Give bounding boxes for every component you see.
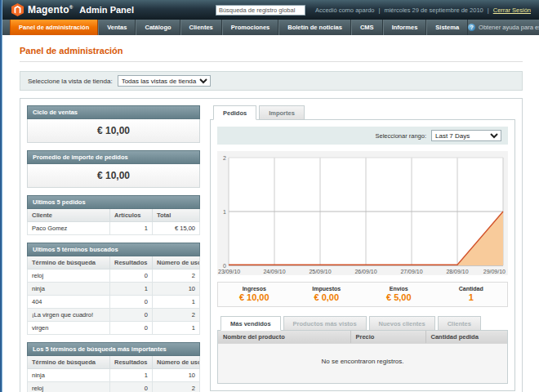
table-row[interactable]: reloj 0 2 [28, 382, 200, 392]
current-date: miércoles 29 de septiembre de 2010 [384, 7, 483, 14]
admin-panel-title: Admin Panel [79, 5, 134, 15]
logged-in-as: Accedió como apardo [315, 7, 375, 14]
total-revenue: Ingresos € 10,00 [218, 283, 291, 306]
range-label: Seleccionar rango: [375, 132, 426, 140]
x-tick: 23/09/10 [218, 269, 240, 274]
help-icon: ? [468, 24, 475, 31]
bestsellers-table: Nombre del producto Precio Cantidad pedi… [218, 331, 507, 343]
x-tick: 27/09/10 [400, 269, 422, 274]
x-tick: 28/09/10 [446, 269, 468, 274]
nav-item-newsletter[interactable]: Boletín de noticias [278, 20, 351, 35]
average-orders-title: Promedio de importe de pedidos [27, 150, 200, 164]
y-tick: 2 [223, 155, 226, 161]
logout-link[interactable]: Cerrar Sesión [493, 7, 531, 14]
col-items: Artículos [110, 209, 153, 222]
nav-item-reports[interactable]: Informes [383, 20, 427, 35]
range-select[interactable]: Last 7 Days [431, 130, 501, 141]
table-row[interactable]: Paco Gomez 1 € 15,00 [28, 222, 200, 235]
page-content: Panel de administración Seleccione la vi… [0, 35, 539, 392]
totals-bar: Ingresos € 10,00 Impuestos € 0,00 Envíos… [217, 282, 508, 307]
nav-item-sales[interactable]: Ventas [98, 20, 136, 35]
main-nav-bar: Panel de administración Ventas Catálogo … [0, 20, 539, 35]
store-view-select[interactable]: Todas las vistas de tienda [118, 75, 211, 87]
nav-item-promotions[interactable]: Promociones [222, 20, 279, 35]
tab-new-customers[interactable]: Nuevos clientes [369, 316, 435, 331]
col-term: Término de búsqueda [28, 356, 110, 369]
col-uses: Número de usos [153, 356, 200, 369]
dashboard-left-column: Ciclo de ventas € 10,00 Promedio de impo… [27, 105, 200, 392]
last-orders-title: Ultimos 5 pedidos [27, 195, 200, 209]
orders-chart-area: 2 1 0 23/09/10 24/09/10 25/09/10 26/09/1… [217, 151, 508, 275]
title-divider [20, 61, 523, 62]
magento-brand: Magento® Admin Panel [11, 3, 134, 16]
lifetime-sales-value: € 10,00 [27, 119, 200, 143]
total-tax: Impuestos € 0,00 [291, 283, 363, 306]
y-tick: 1 [223, 209, 226, 215]
last-search-terms-table: Término de búsqueda Resultados Número de… [27, 256, 200, 335]
nav-item-dashboard[interactable]: Panel de administración [10, 20, 98, 35]
total-quantity: Cantidad 1 [435, 283, 508, 306]
nav-item-customers[interactable]: Clientes [180, 20, 222, 35]
store-view-label: Seleccione la vista de tienda: [28, 78, 113, 85]
col-total: Total [153, 209, 200, 222]
order-total: € 15,00 [153, 222, 200, 235]
col-product-name: Nombre del producto [218, 331, 350, 343]
last-orders-card: Ultimos 5 pedidos Cliente Artículos Tota… [27, 195, 200, 235]
last-orders-table: Cliente Artículos Total Paco Gomez 1 € 1… [27, 209, 200, 235]
window-left-frame [0, 0, 2, 392]
top-search-terms-card: Los 5 términos de búsqueda más important… [27, 342, 200, 392]
order-items: 1 [110, 222, 153, 235]
table-row[interactable]: virgen 0 1 [28, 322, 200, 335]
get-help-link[interactable]: ? Obtener ayuda para esta página [468, 20, 539, 35]
tab-orders[interactable]: Pedidos [213, 105, 256, 120]
empty-records-message: No se encontraron registros. [218, 343, 507, 383]
dashboard-panel: Ciclo de ventas € 10,00 Promedio de impo… [20, 98, 523, 392]
table-row[interactable]: ninja 1 10 [28, 369, 200, 382]
order-customer: Paco Gomez [28, 222, 110, 235]
table-row[interactable]: 404 0 1 [28, 296, 200, 309]
x-tick: 26/09/10 [354, 269, 376, 274]
col-results: Resultados [110, 356, 153, 369]
separator: | [378, 7, 380, 14]
x-tick: 25/09/10 [309, 269, 331, 274]
store-view-bar: Seleccione la vista de tienda: Todas las… [20, 71, 523, 91]
nav-item-catalog[interactable]: Catálogo [136, 20, 180, 35]
bestsellers-grid: Nombre del producto Precio Cantidad pedi… [217, 330, 508, 384]
col-results: Resultados [110, 256, 153, 270]
separator: | [488, 7, 489, 14]
average-orders-card: Promedio de importe de pedidos € 10,00 [27, 150, 200, 188]
products-tabs: Más vendidos Productos más vistos Nuevos… [217, 316, 508, 330]
range-selector-bar: Seleccionar rango: Last 7 Days [217, 127, 508, 145]
nav-item-cms[interactable]: CMS [351, 20, 383, 35]
dashboard-right-column: Pedidos Importes Seleccionar rango: Last… [210, 105, 515, 391]
top-header-bar: Magento® Admin Panel Accedió como apardo… [0, 0, 539, 20]
last-search-terms-title: Ultimos 5 términos buscados [27, 243, 200, 256]
lifetime-sales-card: Ciclo de ventas € 10,00 [27, 105, 200, 143]
chart-tabs: Pedidos Importes [210, 105, 515, 119]
global-search-input[interactable] [216, 5, 305, 16]
orders-line-chart: 2 1 0 23/09/10 24/09/10 25/09/10 26/09/1… [217, 153, 506, 275]
nav-item-system[interactable]: Sistema [426, 20, 468, 35]
col-qty-ordered: Cantidad pedida [425, 331, 507, 343]
lifetime-sales-title: Ciclo de ventas [27, 105, 200, 119]
average-orders-value: € 10,00 [27, 164, 200, 188]
orders-chart-panel: Seleccionar rango: Last 7 Days [210, 119, 515, 391]
y-tick: 0 [223, 263, 226, 269]
tab-amounts[interactable]: Importes [259, 105, 305, 120]
top-search-terms-title: Los 5 términos de búsqueda más important… [27, 342, 200, 356]
tab-most-viewed[interactable]: Productos más vistos [283, 316, 367, 331]
logo-wordmark: Magento® [28, 4, 73, 16]
col-uses: Número de usos [153, 256, 200, 270]
help-label: Obtener ayuda para esta página [479, 24, 539, 31]
col-term: Término de búsqueda [28, 256, 110, 270]
x-tick: 29/09/10 [483, 269, 506, 274]
tab-customers[interactable]: Clientes [438, 316, 481, 331]
tab-bestsellers[interactable]: Más vendidos [220, 316, 281, 331]
total-shipping: Envíos € 5,00 [363, 283, 435, 306]
page-title: Panel de administración [20, 46, 523, 56]
magento-logo-icon [11, 3, 24, 16]
table-row[interactable]: ¡La virgen que cuadro! 0 2 [28, 309, 200, 322]
table-row[interactable]: ninja 1 10 [28, 283, 200, 296]
top-search-terms-table: Término de búsqueda Resultados Número de… [27, 356, 200, 392]
table-row[interactable]: reloj 0 2 [28, 270, 200, 283]
